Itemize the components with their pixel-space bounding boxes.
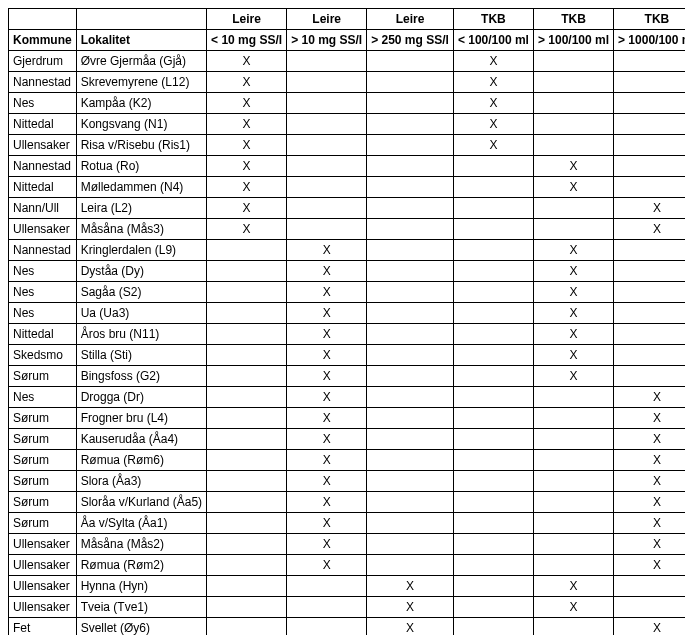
table-row: SørumÅa v/Sylta (Åa1)XX — [9, 513, 686, 534]
cell-kommune: Sørum — [9, 471, 77, 492]
cell-lokalitet: Risa v/Risebu (Ris1) — [76, 135, 206, 156]
cell-value — [453, 198, 533, 219]
header-group-5: TKB — [614, 9, 685, 30]
cell-value — [207, 303, 287, 324]
table-row: NesDyståa (Dy)XX — [9, 261, 686, 282]
cell-value: X — [453, 51, 533, 72]
cell-value: X — [287, 429, 367, 450]
cell-value: X — [287, 324, 367, 345]
header-threshold-5: > 1000/100 ml — [614, 30, 685, 51]
cell-lokalitet: Mølledammen (N4) — [76, 177, 206, 198]
table-row: NannestadRotua (Ro)XX — [9, 156, 686, 177]
cell-lokalitet: Åros bru (N11) — [76, 324, 206, 345]
cell-value — [367, 450, 454, 471]
cell-value — [453, 555, 533, 576]
cell-lokalitet: Dyståa (Dy) — [76, 261, 206, 282]
table-row: SørumFrogner bru (L4)XX — [9, 408, 686, 429]
cell-value — [533, 555, 613, 576]
cell-value — [533, 450, 613, 471]
table-row: GjerdrumØvre Gjermåa (Gjå)XX — [9, 51, 686, 72]
table-row: Nann/UllLeira (L2)XX — [9, 198, 686, 219]
cell-value — [367, 135, 454, 156]
cell-value: X — [614, 513, 685, 534]
cell-value — [533, 534, 613, 555]
cell-lokalitet: Øvre Gjermåa (Gjå) — [76, 51, 206, 72]
cell-value — [367, 534, 454, 555]
table-row: NannestadSkrevemyrene (L12)XX — [9, 72, 686, 93]
cell-value — [533, 93, 613, 114]
cell-value — [614, 51, 685, 72]
cell-value — [453, 345, 533, 366]
cell-value — [453, 240, 533, 261]
cell-kommune: Nittedal — [9, 114, 77, 135]
cell-kommune: Nannestad — [9, 240, 77, 261]
cell-value — [287, 51, 367, 72]
table-row: NesUa (Ua3)XX — [9, 303, 686, 324]
cell-lokalitet: Slora (Åa3) — [76, 471, 206, 492]
cell-value — [614, 576, 685, 597]
cell-lokalitet: Kongsvang (N1) — [76, 114, 206, 135]
header-row-columns: Kommune Lokalitet < 10 mg SS/l > 10 mg S… — [9, 30, 686, 51]
table-row: SørumKauserudåa (Åa4)XX — [9, 429, 686, 450]
cell-value — [207, 492, 287, 513]
cell-value — [453, 303, 533, 324]
cell-value: X — [287, 303, 367, 324]
header-group-3: TKB — [453, 9, 533, 30]
cell-lokalitet: Drogga (Dr) — [76, 387, 206, 408]
cell-value — [533, 387, 613, 408]
header-threshold-0: < 10 mg SS/l — [207, 30, 287, 51]
header-threshold-3: < 100/100 ml — [453, 30, 533, 51]
cell-value — [453, 429, 533, 450]
cell-value: X — [287, 513, 367, 534]
cell-value — [207, 513, 287, 534]
cell-lokalitet: Hynna (Hyn) — [76, 576, 206, 597]
cell-value: X — [207, 177, 287, 198]
cell-value — [453, 576, 533, 597]
cell-value: X — [533, 261, 613, 282]
cell-value: X — [287, 366, 367, 387]
cell-value — [453, 471, 533, 492]
cell-value — [453, 618, 533, 636]
cell-value — [207, 387, 287, 408]
cell-value: X — [287, 261, 367, 282]
cell-value — [367, 198, 454, 219]
cell-lokalitet: Skrevemyrene (L12) — [76, 72, 206, 93]
table-row: NittedalÅros bru (N11)XX — [9, 324, 686, 345]
cell-value — [287, 219, 367, 240]
table-row: UllensakerMåsåna (Mås2)XX — [9, 534, 686, 555]
cell-value — [533, 72, 613, 93]
cell-lokalitet: Frogner bru (L4) — [76, 408, 206, 429]
cell-lokalitet: Rømua (Røm2) — [76, 555, 206, 576]
cell-value: X — [287, 345, 367, 366]
cell-value — [207, 282, 287, 303]
cell-value: X — [614, 387, 685, 408]
cell-value: X — [614, 471, 685, 492]
cell-value — [287, 597, 367, 618]
cell-value — [287, 93, 367, 114]
cell-value — [453, 324, 533, 345]
cell-value — [367, 156, 454, 177]
cell-value — [367, 429, 454, 450]
cell-value — [614, 156, 685, 177]
cell-value: X — [287, 387, 367, 408]
cell-value — [614, 240, 685, 261]
cell-kommune: Nes — [9, 93, 77, 114]
cell-kommune: Nann/Ull — [9, 198, 77, 219]
header-blank-1 — [9, 9, 77, 30]
table-row: NesKampåa (K2)XX — [9, 93, 686, 114]
data-table: Leire Leire Leire TKB TKB TKB Kommune Lo… — [8, 8, 685, 635]
cell-value — [207, 555, 287, 576]
cell-value — [367, 72, 454, 93]
cell-value — [287, 177, 367, 198]
cell-value — [287, 156, 367, 177]
cell-value — [287, 576, 367, 597]
cell-kommune: Gjerdrum — [9, 51, 77, 72]
table-row: SørumRømua (Røm6)XX — [9, 450, 686, 471]
cell-value: X — [614, 219, 685, 240]
cell-value — [453, 513, 533, 534]
cell-value — [453, 219, 533, 240]
table-row: UllensakerTveia (Tve1)XX — [9, 597, 686, 618]
cell-value: X — [207, 198, 287, 219]
cell-value — [453, 534, 533, 555]
header-group-4: TKB — [533, 9, 613, 30]
